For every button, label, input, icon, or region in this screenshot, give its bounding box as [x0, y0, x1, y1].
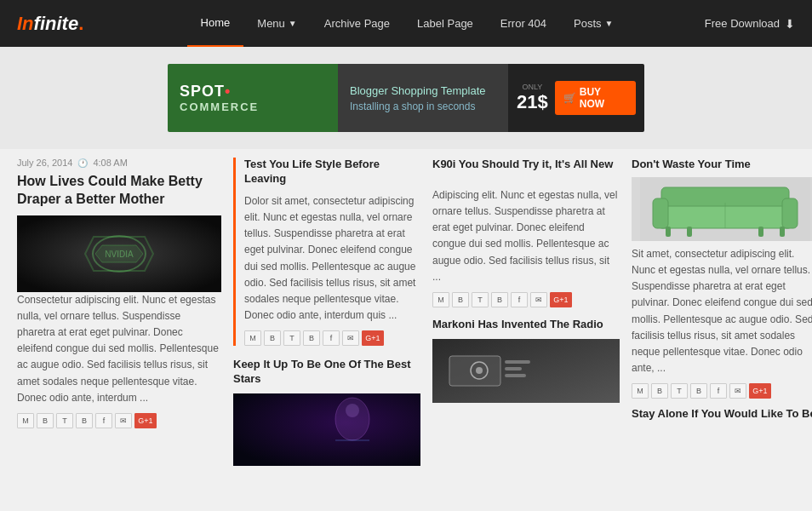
col4-post1: Don't Waste Your Time: [632, 158, 812, 399]
logo[interactable]: Infinite.: [17, 13, 83, 35]
social-gplus-btn[interactable]: G+1: [134, 413, 157, 428]
featured-post-col: July 26, 2014 🕐 4:08 AM How Lives Could …: [17, 158, 221, 466]
nav-posts-arrow: ▼: [605, 19, 614, 28]
featured-post-title[interactable]: How Lives Could Make Betty Draper a Bett…: [17, 173, 221, 209]
col2-social-blog[interactable]: B: [264, 330, 281, 346]
download-icon: ⬇: [785, 17, 795, 31]
col4-post1-excerpt: Sit amet, consectetur adipiscing elit. N…: [632, 246, 812, 377]
banner-price-amount: 21$: [517, 91, 548, 113]
col2-post2-title[interactable]: Keep It Up To Be One Of The Best Stars: [233, 358, 420, 387]
col4-post1-image: [632, 177, 812, 241]
featured-post-excerpt: Consectetur adipiscing elit. Nunc et ege…: [17, 292, 221, 406]
nav-error[interactable]: Error 404: [487, 0, 560, 47]
col3-social-blog[interactable]: B: [452, 292, 469, 307]
col3-posts: K90i You Should Try it, It's All New Adi…: [432, 158, 620, 466]
col2-posts: Test You Life Style Before Leaving Dolor…: [233, 158, 420, 466]
col4-social-blog[interactable]: B: [651, 383, 668, 399]
banner-buy-button[interactable]: 🛒 BUY NOW: [555, 81, 636, 115]
svg-rect-18: [653, 198, 668, 228]
col3-social-email[interactable]: M: [432, 292, 449, 307]
col2-post1-excerpt: Dolor sit amet, consectetur adipiscing e…: [244, 193, 420, 324]
svg-text:NVIDIA: NVIDIA: [105, 250, 134, 259]
banner-cta[interactable]: ONLY 21$ 🛒 BUY NOW: [508, 64, 644, 132]
svg-rect-14: [505, 374, 526, 377]
post-time: 4:08 AM: [93, 158, 127, 168]
post-meta: July 26, 2014 🕐 4:08 AM: [17, 158, 221, 168]
col3-social-twitter[interactable]: T: [472, 292, 489, 307]
svg-rect-19: [782, 198, 798, 228]
col3-post2: Markoni Has Invented The Radio: [432, 318, 620, 405]
svg-point-11: [476, 367, 483, 374]
col2-post2: Keep It Up To Be One Of The Best Stars: [233, 358, 420, 466]
col2-social-twitter[interactable]: T: [283, 330, 300, 346]
nav-label[interactable]: Label Page: [403, 0, 487, 47]
col3-post2-image: [432, 339, 620, 405]
post-date: July 26, 2014: [17, 158, 72, 168]
col4-social-gplus[interactable]: G+1: [749, 383, 771, 399]
svg-rect-21: [687, 227, 692, 237]
svg-rect-9: [449, 356, 500, 386]
col3-post1-social: M B T B f ✉ G+1: [432, 292, 620, 307]
clock-icon: 🕐: [77, 158, 88, 168]
col4-social-facebook[interactable]: f: [710, 383, 727, 399]
banner-brand: SPOT• COMMERCE: [168, 64, 338, 132]
col3-social-gplus[interactable]: G+1: [550, 292, 572, 307]
ad-banner[interactable]: SPOT• COMMERCE Blogger Shopping Template…: [168, 64, 644, 132]
nav-posts[interactable]: Posts ▼: [560, 0, 626, 47]
col4-post1-title[interactable]: Don't Waste Your Time: [632, 158, 812, 172]
col3-post1-title[interactable]: K90i You Should Try it, It's All New: [432, 158, 620, 172]
social-facebook-btn[interactable]: f: [95, 413, 112, 428]
nav-menu[interactable]: Menu ▼: [243, 0, 310, 47]
col4-post2: Stay Alone If You Would Like To Be: [632, 407, 812, 422]
col2-social-bookmark[interactable]: B: [303, 330, 320, 346]
social-email-btn[interactable]: M: [17, 413, 34, 428]
col4-social-email[interactable]: M: [632, 383, 649, 399]
nav-home[interactable]: Home: [187, 0, 244, 47]
nav-archive[interactable]: Archive Page: [311, 0, 403, 47]
social-twitter-btn[interactable]: T: [56, 413, 73, 428]
banner-title: Blogger Shopping Template: [350, 84, 496, 97]
content-grid: July 26, 2014 🕐 4:08 AM How Lives Could …: [0, 149, 812, 474]
col2-post2-image: [233, 393, 420, 466]
featured-post-image: NVIDIA: [17, 215, 221, 292]
col2-social-facebook[interactable]: f: [323, 330, 340, 346]
logo-text-finite: finite: [34, 13, 79, 34]
banner-price: ONLY 21$: [517, 83, 548, 113]
col3-social-share[interactable]: ✉: [530, 292, 547, 307]
col4-social-bookmark[interactable]: B: [690, 383, 707, 399]
col2-post1: Test You Life Style Before Leaving Dolor…: [233, 158, 420, 346]
svg-rect-13: [505, 367, 522, 370]
banner-commerce-text: COMMERCE: [180, 100, 326, 113]
col2-post1-title[interactable]: Test You Life Style Before Leaving: [244, 158, 420, 187]
social-blog-btn[interactable]: B: [37, 413, 54, 428]
svg-point-7: [346, 404, 359, 417]
svg-rect-0: [17, 215, 221, 292]
col3-post1: K90i You Should Try it, It's All New Adi…: [432, 158, 620, 307]
social-share-btn[interactable]: ✉: [115, 413, 132, 428]
col2-social-share[interactable]: ✉: [342, 330, 359, 346]
col2-social-email[interactable]: M: [244, 330, 261, 346]
col4-posts: Don't Waste Your Time: [632, 158, 812, 466]
col4-social-share[interactable]: ✉: [729, 383, 746, 399]
col2-social-gplus[interactable]: G+1: [362, 330, 384, 346]
logo-text-in: In: [17, 13, 34, 34]
logo-dot: .: [78, 13, 83, 34]
social-bookmark-btn[interactable]: B: [76, 413, 93, 428]
col3-social-facebook[interactable]: f: [511, 292, 528, 307]
featured-post-social: M B T B f ✉ G+1: [17, 413, 221, 428]
col4-post2-title[interactable]: Stay Alone If You Would Like To Be: [632, 407, 812, 422]
col2-post1-social: M B T B f ✉ G+1: [244, 330, 420, 346]
svg-marker-2: [95, 245, 143, 262]
col4-social-twitter[interactable]: T: [671, 383, 688, 399]
nav-free-download[interactable]: Free Download ⬇: [705, 17, 795, 31]
banner-only-label: ONLY: [522, 83, 542, 91]
col4-post1-social: M B T B f ✉ G+1: [632, 383, 812, 399]
nav-menu-arrow: ▼: [289, 19, 297, 28]
svg-rect-20: [666, 227, 671, 237]
header: Infinite. Home Menu ▼ Archive Page Label…: [0, 0, 812, 47]
main-nav: Home Menu ▼ Archive Page Label Page Erro…: [109, 0, 705, 47]
col3-post1-excerpt: Adipiscing elit. Nunc et egestas nulla, …: [432, 187, 620, 285]
col3-post2-title[interactable]: Markoni Has Invented The Radio: [432, 318, 620, 332]
svg-rect-4: [233, 393, 420, 466]
col3-social-bookmark[interactable]: B: [491, 292, 508, 307]
